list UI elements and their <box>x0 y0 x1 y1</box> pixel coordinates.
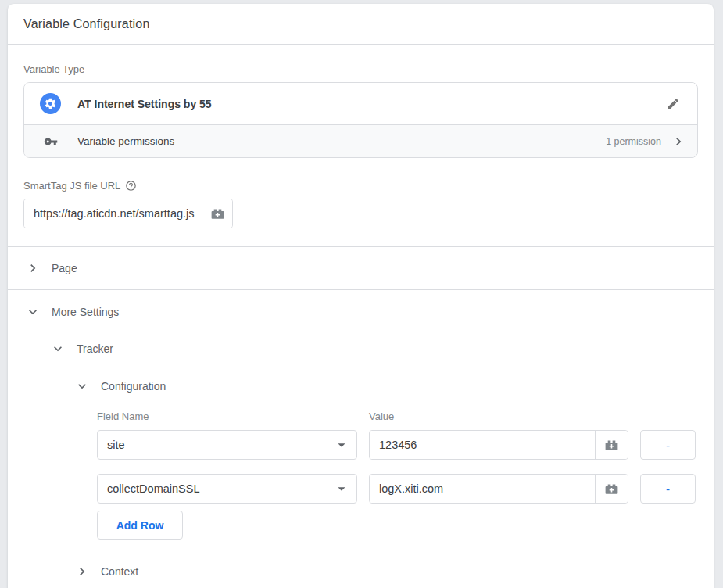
chevron-right-icon <box>23 260 42 276</box>
section-more-settings[interactable]: More Settings <box>23 290 698 334</box>
variable-permissions-row[interactable]: Variable permissions 1 permission <box>24 124 697 157</box>
field-name-select[interactable]: site <box>97 430 357 460</box>
variable-picker-button[interactable] <box>595 475 628 503</box>
field-name-selected-value: site <box>107 439 125 451</box>
section-configuration-label: Configuration <box>101 380 166 393</box>
variable-type-row[interactable]: AT Internet Settings by 55 <box>24 83 697 124</box>
gear-icon <box>40 93 61 114</box>
section-context[interactable]: Context <box>73 560 698 583</box>
caret-down-icon <box>333 480 350 497</box>
remove-row-button[interactable]: - <box>640 474 696 504</box>
variable-type-name: AT Internet Settings by 55 <box>77 98 212 110</box>
smarttag-url-input[interactable] <box>24 199 202 228</box>
section-page-label: Page <box>52 262 77 274</box>
section-page[interactable]: Page <box>23 247 698 289</box>
variable-configuration-panel: Variable Configuration Variable Type AT … <box>8 4 714 588</box>
variable-picker-button[interactable] <box>202 199 232 228</box>
chevron-down-icon <box>73 378 91 394</box>
config-row: site <box>97 430 698 460</box>
value-input-group <box>369 474 628 504</box>
variable-type-label: Variable Type <box>23 63 698 75</box>
value-input[interactable] <box>370 431 595 459</box>
section-context-label: Context <box>101 565 138 578</box>
value-input[interactable] <box>370 475 595 503</box>
edit-variable-type-button[interactable] <box>663 94 683 114</box>
section-tracker-label: Tracker <box>77 342 113 355</box>
remove-row-button[interactable]: - <box>640 430 696 460</box>
key-icon <box>40 134 61 149</box>
permission-count: 1 permission <box>606 136 661 147</box>
smarttag-url-input-group <box>23 199 233 228</box>
page-title: Variable Configuration <box>23 17 150 31</box>
value-header: Value <box>369 411 628 422</box>
smarttag-url-label: SmartTag JS file URL <box>23 180 120 192</box>
config-row: collectDomainSSL <box>97 474 698 504</box>
variable-picker-button[interactable] <box>595 431 628 459</box>
chevron-down-icon <box>23 304 42 320</box>
brick-plus-icon <box>209 206 226 222</box>
field-name-header: Field Name <box>97 411 357 422</box>
section-tracker[interactable]: Tracker <box>48 334 698 364</box>
field-name-selected-value: collectDomainSSL <box>107 482 199 495</box>
section-configuration[interactable]: Configuration <box>73 371 698 401</box>
field-name-select[interactable]: collectDomainSSL <box>97 474 357 504</box>
panel-header: Variable Configuration <box>8 4 714 45</box>
variable-type-card: AT Internet Settings by 55 Variable perm… <box>23 82 698 158</box>
brick-plus-icon <box>603 437 620 454</box>
chevron-down-icon <box>48 341 67 357</box>
brick-plus-icon <box>603 481 620 497</box>
help-icon[interactable] <box>125 180 137 192</box>
add-row-button[interactable]: Add Row <box>97 511 183 540</box>
pencil-icon <box>666 97 680 111</box>
section-more-settings-label: More Settings <box>52 306 119 318</box>
chevron-right-icon <box>671 134 686 149</box>
caret-down-icon <box>333 436 350 454</box>
variable-permissions-label: Variable permissions <box>77 135 174 147</box>
value-input-group <box>369 430 628 460</box>
chevron-right-icon <box>73 564 91 579</box>
